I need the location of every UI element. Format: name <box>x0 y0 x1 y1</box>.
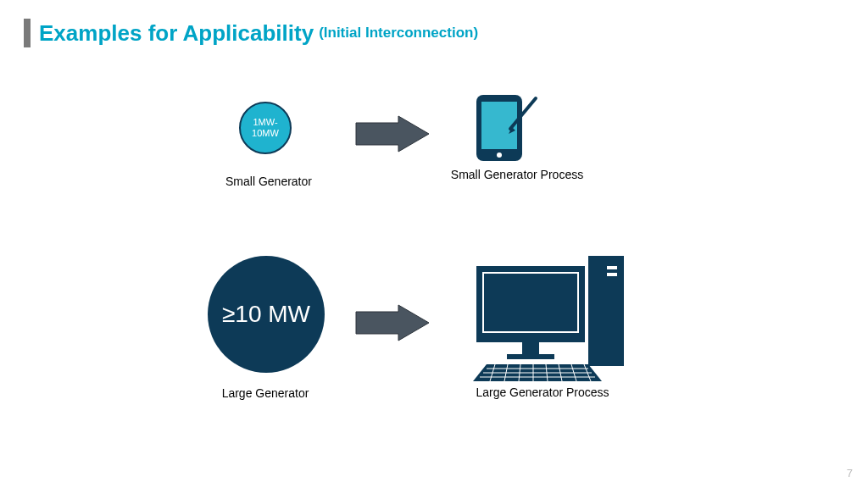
svg-rect-9 <box>607 273 617 276</box>
svg-marker-0 <box>356 116 429 152</box>
arrow-right-icon <box>354 303 432 342</box>
title-accent-bar <box>24 19 31 47</box>
small-generator-circle: 1MW-10MW <box>239 102 292 154</box>
svg-rect-8 <box>607 266 617 269</box>
svg-rect-12 <box>522 342 539 354</box>
svg-rect-7 <box>588 256 624 366</box>
small-generator-label: Small Generator <box>222 174 315 189</box>
slide-title-bar: Examples for Applicability (Initial Inte… <box>24 19 478 47</box>
tablet-stylus-icon <box>470 92 546 166</box>
small-generator-range: 1MW-10MW <box>244 117 287 139</box>
page-title: Examples for Applicability <box>39 20 314 47</box>
desktop-computer-icon <box>461 246 631 385</box>
page-number: 7 <box>847 467 853 480</box>
page-subtitle: (Initial Interconnection) <box>319 25 478 42</box>
large-generator-circle: ≥10 MW <box>208 256 325 373</box>
small-process-label: Small Generator Process <box>449 167 585 182</box>
large-generator-range: ≥10 MW <box>222 301 310 328</box>
svg-rect-10 <box>476 266 585 342</box>
large-process-label: Large Generator Process <box>449 385 636 399</box>
svg-point-3 <box>497 152 502 158</box>
svg-rect-13 <box>507 354 554 359</box>
svg-marker-6 <box>356 305 429 341</box>
arrow-right-icon <box>354 114 432 153</box>
large-generator-label: Large Generator <box>219 385 312 401</box>
